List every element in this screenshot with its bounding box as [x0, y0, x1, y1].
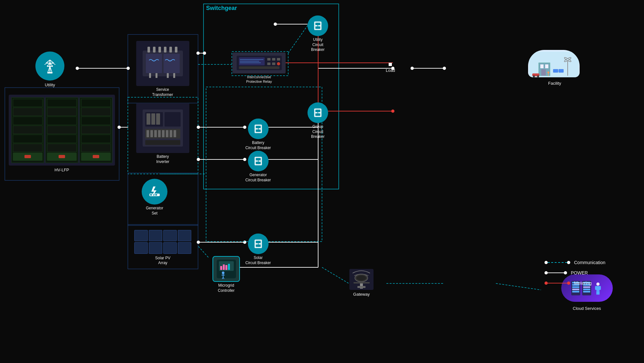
svg-point-21 — [118, 126, 121, 129]
group-cb-node: GroupCircuitBreaker — [308, 102, 328, 139]
solar-cb-icon — [248, 234, 269, 254]
legend-comm-dot-left — [545, 261, 548, 264]
svg-rect-92 — [162, 130, 165, 137]
gateway-node: Gateway — [349, 269, 374, 297]
battery-inverter-label: BatteryInverter — [156, 154, 169, 164]
svg-point-169 — [547, 72, 549, 73]
utility-node: Utility — [35, 52, 64, 88]
svg-rect-67 — [47, 72, 52, 73]
svg-rect-90 — [154, 130, 157, 137]
load-node: Load — [386, 63, 395, 73]
hvlfp-label: HV-LFP — [54, 167, 69, 173]
svg-rect-76 — [164, 54, 180, 73]
utility-cb-node: UtilityCircuitBreaker — [308, 15, 328, 53]
legend-comm-line — [548, 262, 567, 263]
generator-cb-label: GeneratorCircuit Breaker — [245, 173, 271, 183]
svg-point-8 — [127, 67, 130, 70]
svg-rect-75 — [146, 54, 162, 73]
legend-communication: Communication — [545, 260, 605, 265]
svg-point-167 — [533, 75, 535, 77]
svg-line-62 — [50, 60, 54, 63]
group-cb-label: GroupCircuitBreaker — [311, 124, 325, 139]
svg-rect-69 — [147, 47, 150, 53]
microgrid-controller-node: MicrogridController — [213, 256, 240, 293]
svg-rect-146 — [357, 286, 365, 288]
solar-pv-label: Solar PVArray — [155, 256, 170, 266]
svg-rect-165 — [541, 69, 546, 76]
generator-set-node: GeneratorSet — [142, 179, 167, 216]
svg-rect-136 — [220, 266, 222, 270]
svg-rect-139 — [228, 264, 230, 270]
svg-point-10 — [196, 52, 200, 55]
svg-rect-110 — [267, 62, 270, 65]
cloud-services-label: Cloud Services — [573, 306, 601, 311]
svg-point-14 — [274, 23, 277, 26]
legend-comm-dot-right — [567, 261, 570, 264]
legend-meter-dot-right — [567, 282, 570, 285]
ipr-label: InterconnectiveProtective Relay — [246, 75, 272, 84]
battery-cb-node: BatteryCircuit Breaker — [245, 119, 271, 150]
svg-point-148 — [356, 275, 366, 281]
generator-cb-node: GeneratorCircuit Breaker — [245, 151, 271, 183]
svg-rect-163 — [540, 64, 544, 68]
svg-line-63 — [47, 63, 50, 66]
solar-pv-node: Solar PVArray — [131, 229, 194, 266]
svg-rect-137 — [223, 264, 225, 270]
load-label: Load — [386, 68, 395, 73]
legend: Communication POWER Metering — [545, 260, 605, 286]
svg-rect-94 — [170, 130, 172, 137]
svg-rect-74 — [175, 47, 177, 53]
svg-point-23 — [197, 158, 200, 161]
utility-icon — [35, 52, 64, 81]
facility-node: Facility — [528, 50, 581, 86]
svg-rect-96 — [145, 140, 180, 145]
utility-cb-icon — [308, 15, 328, 36]
svg-rect-95 — [174, 130, 176, 137]
svg-line-57 — [198, 246, 209, 258]
svg-rect-83 — [165, 112, 181, 127]
diagram-container: Switchgear Utility — [0, 0, 644, 363]
svg-rect-109 — [277, 58, 280, 61]
legend-power: POWER — [545, 270, 605, 275]
svg-rect-93 — [166, 130, 168, 137]
svg-point-39 — [443, 67, 446, 70]
svg-rect-155 — [598, 291, 600, 295]
service-transformer-node: ServiceTransformer — [132, 39, 193, 100]
hvlfp-node: HV-LFP — [7, 90, 117, 177]
svg-rect-138 — [225, 265, 227, 270]
facility-label: Facility — [548, 81, 561, 86]
svg-rect-86 — [156, 113, 160, 125]
svg-rect-84 — [147, 113, 150, 125]
microgrid-controller-label: MicrogridController — [218, 283, 234, 293]
svg-point-112 — [277, 62, 280, 65]
legend-metering: Metering — [545, 281, 605, 286]
svg-rect-80 — [173, 73, 175, 78]
service-transformer-label: ServiceTransformer — [152, 87, 173, 97]
legend-communication-label: Communication — [574, 260, 605, 265]
svg-rect-98 — [150, 194, 152, 196]
svg-rect-149 — [354, 282, 370, 283]
svg-rect-89 — [150, 130, 153, 137]
svg-line-64 — [50, 63, 53, 66]
utility-label: Utility — [45, 82, 55, 88]
battery-inverter-node: BatteryInverter — [131, 101, 194, 166]
battery-cb-label: BatteryCircuit Breaker — [245, 140, 271, 150]
svg-rect-113 — [239, 66, 279, 69]
legend-power-label: POWER — [571, 270, 588, 275]
svg-line-56 — [496, 283, 541, 290]
svg-point-7 — [76, 67, 79, 70]
svg-rect-78 — [156, 73, 157, 78]
svg-rect-79 — [167, 73, 169, 78]
svg-rect-85 — [151, 113, 155, 125]
ipr-node: InterconnectiveProtective Relay — [232, 53, 286, 84]
svg-rect-107 — [267, 58, 270, 61]
svg-point-140 — [222, 272, 224, 274]
svg-line-51 — [288, 24, 308, 53]
battery-cb-icon — [248, 119, 269, 139]
svg-point-38 — [411, 67, 414, 70]
svg-rect-111 — [272, 62, 275, 65]
svg-rect-153 — [599, 286, 601, 290]
svg-rect-70 — [153, 47, 156, 53]
legend-power-line — [546, 272, 565, 273]
svg-rect-161 — [559, 69, 564, 72]
